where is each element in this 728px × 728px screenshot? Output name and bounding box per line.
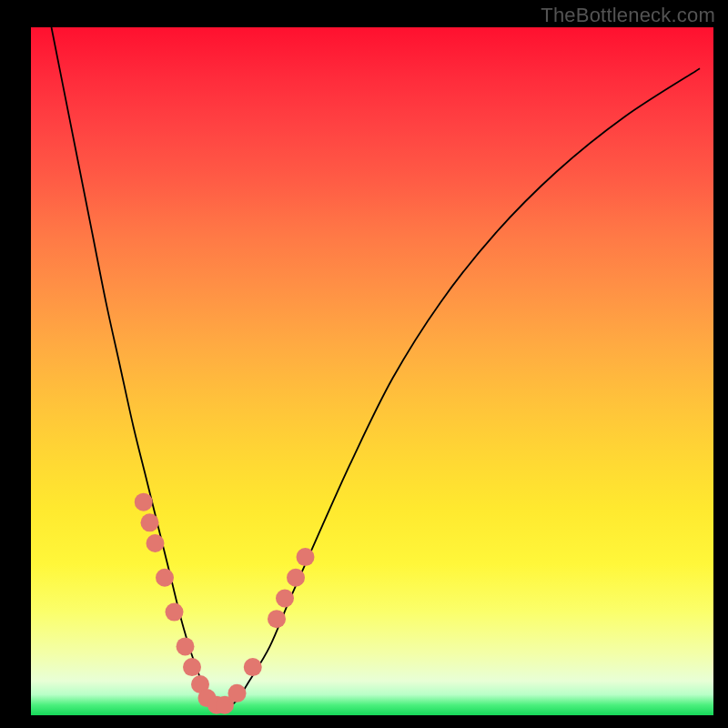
- data-point-left-cluster-7: [183, 658, 201, 676]
- watermark-text: TheBottleneck.com: [541, 4, 715, 27]
- data-point-right-cluster-6: [297, 548, 315, 566]
- data-point-right-cluster-5: [287, 569, 305, 587]
- bottleneck-curve: [52, 27, 701, 709]
- data-point-right-cluster-3: [268, 610, 286, 628]
- plot-area: [31, 27, 713, 715]
- data-point-left-cluster-3: [147, 534, 165, 552]
- data-point-left-cluster-6: [177, 637, 195, 655]
- data-point-left-cluster-5: [166, 603, 184, 622]
- data-point-left-cluster-1: [135, 493, 153, 511]
- data-point-right-cluster-4: [276, 589, 294, 607]
- chart-svg: [31, 27, 713, 715]
- chart-frame: TheBottleneck.com: [0, 0, 728, 728]
- data-point-left-cluster-4: [156, 569, 174, 587]
- data-points-group: [135, 493, 315, 714]
- data-point-right-cluster-2: [244, 658, 262, 676]
- data-point-right-cluster-1: [228, 684, 247, 703]
- data-point-left-cluster-2: [141, 513, 159, 531]
